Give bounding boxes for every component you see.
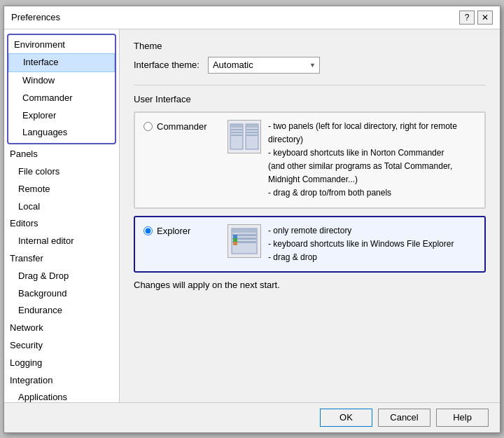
explorer-radio-col: Explorer — [144, 224, 220, 236]
divider-1 — [134, 85, 486, 85]
sidebar-item-commander[interactable]: Commander — [8, 90, 115, 107]
svg-rect-15 — [233, 235, 237, 238]
sidebar-item-endurance[interactable]: Endurance — [4, 302, 119, 320]
theme-section-title: Theme — [134, 41, 486, 51]
svg-rect-6 — [246, 125, 258, 128]
explorer-option-box: Explorer - only — [134, 216, 486, 273]
title-bar-buttons: ? ✕ — [459, 11, 493, 25]
footer: OK Cancel Help — [4, 402, 500, 432]
svg-rect-8 — [246, 132, 258, 133]
explorer-icon — [227, 224, 261, 258]
svg-rect-3 — [231, 129, 242, 130]
sidebar-item-drag-drop[interactable]: Drag & Drop — [4, 268, 119, 285]
sidebar-item-integration[interactable]: Integration — [4, 372, 119, 390]
sidebar-item-editors[interactable]: Editors — [4, 215, 119, 233]
sidebar-item-remote[interactable]: Remote — [4, 181, 119, 198]
sidebar: Environment Interface Window Commander E… — [4, 29, 120, 402]
sidebar-item-languages[interactable]: Languages — [8, 124, 115, 142]
commander-description: - two panels (left for local directory, … — [268, 120, 476, 200]
commander-radio[interactable] — [144, 122, 153, 131]
explorer-label[interactable]: Explorer — [157, 226, 190, 236]
sidebar-item-applications[interactable]: Applications — [4, 389, 119, 402]
svg-rect-1 — [246, 124, 258, 149]
sidebar-item-background[interactable]: Background — [4, 285, 119, 303]
environment-group-box: Environment Interface Window Commander E… — [7, 34, 116, 145]
svg-rect-11 — [232, 229, 256, 233]
sidebar-item-security[interactable]: Security — [4, 337, 119, 355]
explorer-description: - only remote directory - keyboard short… — [268, 224, 476, 265]
user-interface-section-title: User Interface — [134, 94, 486, 104]
interface-theme-select[interactable]: Automatic Light Dark — [208, 57, 320, 74]
svg-rect-4 — [231, 132, 242, 133]
preferences-dialog: Preferences ? ✕ Environment Interface Wi… — [4, 6, 500, 433]
sidebar-item-file-colors[interactable]: File colors — [4, 163, 119, 181]
ok-button[interactable]: OK — [320, 409, 372, 427]
explorer-radio[interactable] — [144, 226, 153, 235]
commander-icon — [227, 120, 261, 153]
svg-rect-16 — [233, 238, 237, 242]
sidebar-item-network[interactable]: Network — [4, 320, 119, 337]
sidebar-item-transfer[interactable]: Transfer — [4, 250, 119, 268]
sidebar-item-local[interactable]: Local — [4, 198, 119, 216]
commander-label[interactable]: Commander — [157, 121, 207, 132]
commander-radio-col: Commander — [144, 120, 220, 132]
theme-row: Interface theme: Automatic Light Dark — [134, 57, 486, 74]
sidebar-item-interface[interactable]: Interface — [8, 53, 115, 72]
help-footer-button[interactable]: Help — [436, 409, 489, 427]
interface-theme-label: Interface theme: — [134, 60, 200, 70]
help-button[interactable]: ? — [459, 11, 475, 25]
svg-rect-17 — [233, 242, 237, 245]
theme-select-wrapper[interactable]: Automatic Light Dark — [208, 57, 320, 74]
commander-option-box: Commander — [134, 111, 486, 209]
changes-note: Changes will apply on the next start. — [134, 280, 486, 290]
sidebar-item-panels[interactable]: Panels — [4, 146, 119, 163]
svg-rect-2 — [231, 125, 242, 128]
sidebar-item-environment[interactable]: Environment — [8, 36, 115, 54]
sidebar-item-explorer[interactable]: Explorer — [8, 107, 115, 125]
content-area: Environment Interface Window Commander E… — [4, 29, 500, 402]
sidebar-item-window[interactable]: Window — [8, 72, 115, 90]
svg-rect-5 — [231, 135, 242, 136]
svg-rect-9 — [246, 135, 258, 136]
title-bar: Preferences ? ✕ — [4, 6, 500, 29]
sidebar-item-internal-editor[interactable]: Internal editor — [4, 233, 119, 250]
svg-rect-7 — [246, 129, 258, 130]
close-button[interactable]: ✕ — [477, 11, 493, 25]
cancel-button[interactable]: Cancel — [378, 409, 430, 427]
sidebar-item-logging[interactable]: Logging — [4, 355, 119, 372]
main-panel: Theme Interface theme: Automatic Light D… — [120, 29, 500, 402]
dialog-title: Preferences — [11, 12, 60, 22]
svg-rect-0 — [230, 124, 243, 149]
